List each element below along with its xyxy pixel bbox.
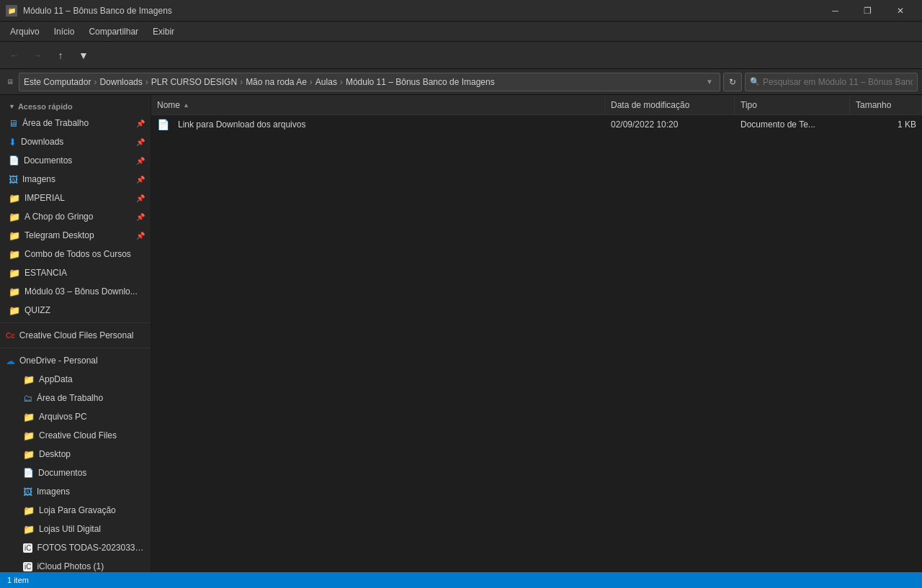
imperial-icon: 📁	[9, 193, 20, 204]
col-header-date[interactable]: Data de modificação	[605, 95, 735, 114]
sidebar-item-appdata[interactable]: 📁 AppData	[0, 370, 151, 389]
sidebar-item-arquivos-pc[interactable]: 📁 Arquivos PC	[0, 407, 151, 426]
menu-exibir[interactable]: Exibir	[146, 24, 182, 40]
breadcrumb-aulas[interactable]: Aulas	[315, 77, 337, 87]
forward-button[interactable]: →	[27, 45, 48, 65]
pin-icon: 📌	[136, 213, 145, 221]
sidebar-item-a-chop-do-gringo[interactable]: 📁 A Chop do Gringo 📌	[0, 207, 151, 226]
sidebar-item-label: Creative Cloud Files Personal	[19, 330, 145, 340]
sidebar-item-imagens-od[interactable]: 🖼 Imagens	[0, 482, 151, 501]
lojas-util-icon: 📁	[23, 524, 35, 535]
arquivos-pc-icon: 📁	[23, 412, 35, 422]
combo-icon: 📁	[9, 249, 20, 260]
pin-icon: 📌	[136, 194, 145, 202]
address-dropdown-button[interactable]: ▼	[704, 76, 715, 88]
sidebar-item-icloud-1[interactable]: iC iCloud Photos (1)	[0, 557, 151, 572]
downloads-icon: ⬇	[9, 137, 17, 148]
onedrive-icon: ☁	[6, 356, 15, 366]
menubar: Arquivo Início Compartilhar Exibir	[0, 22, 922, 42]
sidebar-item-area-de-trabalho[interactable]: 🖥 Área de Trabalho 📌	[0, 114, 151, 132]
file-list: 📄 Link para Download dos arquivos 02/09/…	[151, 115, 922, 572]
file-area: Nome ▲ Data de modificação Tipo Tamanho …	[151, 95, 922, 572]
breadcrumb-downloads[interactable]: Downloads	[99, 77, 142, 87]
col-header-name[interactable]: Nome ▲	[151, 95, 605, 114]
recent-locations-button[interactable]: ▼	[73, 45, 94, 65]
sidebar-item-label: Arquivos PC	[39, 412, 145, 422]
cc-files-icon: 📁	[23, 430, 35, 441]
breadcrumb-plr[interactable]: PLR CURSO DESIGN	[151, 77, 237, 87]
sidebar-item-estancia[interactable]: 📁 ESTANCIA	[0, 263, 151, 282]
sidebar-item-fotos-todas[interactable]: iC FOTOS TODAS-20230331T13...	[0, 538, 151, 557]
sidebar-item-label: Módulo 03 – Bônus Downlo...	[24, 286, 145, 297]
sidebar-item-label: ESTANCIA	[24, 268, 145, 278]
search-input[interactable]	[763, 77, 913, 87]
file-date: 02/09/2022 10:20	[611, 119, 678, 130]
menu-inicio[interactable]: Início	[47, 24, 82, 40]
breadcrumb-modulo[interactable]: Módulo 11 – Bônus Banco de Imagens	[346, 77, 495, 87]
main-area: ▼ Acesso rápido 🖥 Área de Trabalho 📌 ⬇ D…	[0, 95, 922, 572]
estancia-icon: 📁	[9, 268, 20, 279]
sidebar-item-label: FOTOS TODAS-20230331T13...	[37, 543, 145, 553]
sidebar-item-label: Imagens	[37, 487, 145, 497]
breadcrumb-computer[interactable]: Este Computador	[24, 77, 91, 87]
sidebar-item-documentos-od[interactable]: 📄 Documentos	[0, 463, 151, 482]
col-type-label: Tipo	[740, 100, 757, 110]
breadcrumb-mao[interactable]: Mão na roda Ae	[246, 77, 307, 87]
minimize-button[interactable]: ─	[819, 0, 851, 22]
sidebar-item-label: iCloud Photos (1)	[37, 561, 145, 571]
search-box[interactable]: 🔍	[745, 73, 918, 91]
icloud-1-icon: iC	[23, 562, 32, 571]
sidebar-item-modulo-03[interactable]: 📁 Módulo 03 – Bônus Downlo...	[0, 282, 151, 301]
search-icon: 🔍	[750, 77, 760, 86]
up-button[interactable]: ↑	[50, 45, 71, 65]
titlebar-controls: ─ ❐ ✕	[819, 0, 916, 22]
quick-access-label: Acesso rápido	[18, 102, 73, 111]
col-header-size[interactable]: Tamanho	[850, 95, 922, 114]
close-button[interactable]: ✕	[884, 0, 916, 22]
sidebar-item-combo[interactable]: 📁 Combo de Todos os Cursos	[0, 245, 151, 263]
file-size: 1 KB	[898, 119, 916, 130]
file-doc-icon: 📄	[157, 119, 169, 130]
address-path[interactable]: Este Computador › Downloads › PLR CURSO …	[19, 73, 720, 91]
back-button[interactable]: ←	[4, 45, 24, 65]
telegram-icon: 📁	[9, 230, 20, 241]
desktop-icon: 📁	[23, 449, 35, 460]
toolbar: ← → ↑ ▼	[0, 42, 922, 69]
col-header-type[interactable]: Tipo	[735, 95, 850, 114]
address-home-icon[interactable]: 🖥	[4, 76, 16, 88]
imagens-od-icon: 🖼	[23, 487, 32, 497]
col-name-label: Nome	[157, 100, 180, 110]
addressbar: 🖥 Este Computador › Downloads › PLR CURS…	[0, 69, 922, 95]
sidebar-item-imagens[interactable]: 🖼 Imagens 📌	[0, 170, 151, 189]
sidebar-item-cc-personal[interactable]: Cc Creative Cloud Files Personal	[0, 326, 151, 345]
titlebar-title: Módulo 11 – Bônus Banco de Imagens	[23, 6, 819, 16]
sidebar-item-imperial[interactable]: 📁 IMPERIAL 📌	[0, 189, 151, 207]
sidebar-item-cc-files[interactable]: 📁 Creative Cloud Files	[0, 426, 151, 445]
pin-icon: 📌	[136, 157, 145, 165]
table-row[interactable]: 📄 Link para Download dos arquivos 02/09/…	[151, 115, 922, 134]
sidebar-item-documentos[interactable]: 📄 Documentos 📌	[0, 151, 151, 170]
sidebar-item-label: Área de Trabalho	[37, 393, 145, 403]
menu-compartilhar[interactable]: Compartilhar	[81, 24, 146, 40]
menu-arquivo[interactable]: Arquivo	[3, 24, 47, 40]
sidebar-item-loja[interactable]: 📁 Loja Para Gravação	[0, 501, 151, 520]
pin-icon: 📌	[136, 138, 145, 146]
sidebar-item-downloads[interactable]: ⬇ Downloads 📌	[0, 132, 151, 151]
titlebar-icons: 📁	[6, 5, 17, 17]
sidebar-item-telegram[interactable]: 📁 Telegram Desktop 📌	[0, 226, 151, 245]
file-name-cell: 📄 Link para Download dos arquivos	[151, 115, 605, 133]
sidebar-item-onedrive[interactable]: ☁ OneDrive - Personal	[0, 351, 151, 370]
appdata-icon: 📁	[23, 374, 35, 385]
chop-icon: 📁	[9, 212, 20, 222]
maximize-button[interactable]: ❐	[851, 0, 884, 22]
sidebar-item-desktop[interactable]: 📁 Desktop	[0, 445, 151, 463]
cc-personal-icon: Cc	[6, 332, 15, 340]
sidebar-item-lojas-util[interactable]: 📁 Lojas Util Digital	[0, 520, 151, 538]
file-type-cell: Documento de Te...	[735, 115, 850, 133]
sidebar-item-area-od[interactable]: 🗂 Área de Trabalho	[0, 389, 151, 407]
refresh-button[interactable]: ↻	[723, 73, 742, 91]
sidebar-item-quizz[interactable]: 📁 QUIZZ	[0, 301, 151, 320]
sidebar-item-label: Documentos	[38, 468, 145, 478]
status-text: 1 item	[7, 576, 29, 584]
sidebar-item-label: Área de Trabalho	[22, 118, 132, 128]
